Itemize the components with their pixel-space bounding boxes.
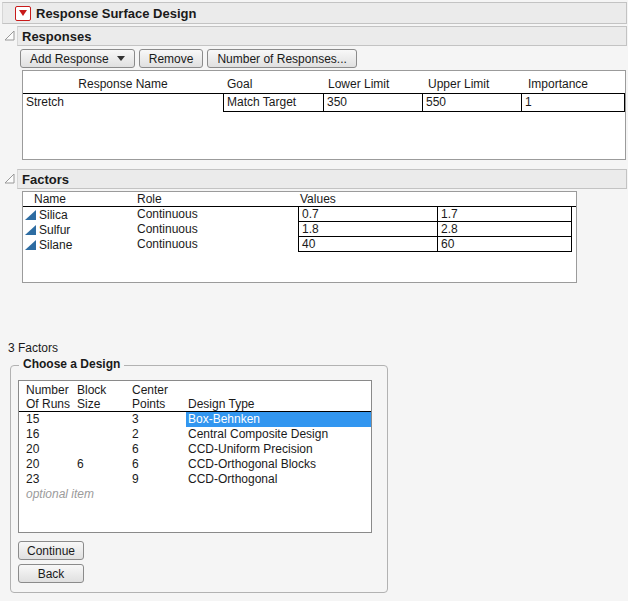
design-list-header: Number Block Center Of Runs Size Points … — [19, 381, 371, 412]
add-response-label: Add Response — [30, 52, 109, 66]
factor-high-value[interactable]: 60 — [437, 237, 572, 252]
center-points-value: 9 — [126, 472, 186, 487]
block-size-value — [71, 472, 126, 487]
factors-header: Factors — [22, 172, 69, 187]
center-points-value: 6 — [126, 442, 186, 457]
factor-name: Silane — [39, 238, 72, 252]
center-points-value: 6 — [126, 457, 186, 472]
lower-limit-cell[interactable]: 350 — [323, 94, 423, 112]
design-row-central-composite[interactable]: 16 2 Central Composite Design — [19, 427, 371, 442]
runs-value: 20 — [19, 442, 71, 457]
col-number: Number — [19, 383, 71, 397]
factor-name-cell[interactable]: Silica — [23, 207, 137, 222]
continuous-factor-icon — [25, 240, 36, 250]
design-type-value: CCD-Orthogonal — [186, 472, 371, 487]
col-importance: Importance — [524, 77, 625, 91]
col-points: Points — [126, 397, 186, 411]
response-name-cell[interactable]: Stretch — [23, 94, 223, 112]
optional-item-row[interactable]: optional item — [19, 487, 371, 502]
factor-name: Sulfur — [39, 223, 70, 237]
continue-label: Continue — [27, 544, 75, 558]
center-points-value: 2 — [126, 427, 186, 442]
number-of-responses-label: Number of Responses... — [217, 52, 346, 66]
dropdown-arrow-icon — [117, 56, 125, 61]
design-row-ccd-orthogonal-blocks[interactable]: 20 6 6 CCD-Orthogonal Blocks — [19, 457, 371, 472]
choose-design-title: Choose a Design — [19, 357, 124, 371]
number-of-responses-button[interactable]: Number of Responses... — [207, 49, 356, 68]
block-size-value — [71, 412, 126, 427]
col-values: Values — [298, 192, 576, 206]
col-response-name: Response Name — [23, 77, 223, 91]
runs-value: 20 — [19, 457, 71, 472]
col-spacer — [186, 383, 371, 397]
remove-button[interactable]: Remove — [139, 49, 204, 68]
continuous-factor-icon — [25, 225, 36, 235]
col-lower-limit: Lower Limit — [324, 77, 424, 91]
design-listbox[interactable]: Number Block Center Of Runs Size Points … — [18, 380, 372, 533]
col-of-runs: Of Runs — [19, 397, 71, 411]
add-response-button[interactable]: Add Response — [20, 49, 135, 68]
col-name: Name — [23, 192, 137, 206]
block-size-value — [71, 427, 126, 442]
block-size-value — [71, 442, 126, 457]
factor-name-cell[interactable]: Silane — [23, 237, 137, 252]
design-row-box-behnken[interactable]: 15 3 Box-Behnken — [19, 412, 371, 427]
col-upper-limit: Upper Limit — [424, 77, 524, 91]
factors-table: Name Role Values Silica Continuous 0.7 1… — [22, 191, 577, 283]
responses-table-header: Response Name Goal Lower Limit Upper Lim… — [23, 71, 625, 94]
factor-role-cell[interactable]: Continuous — [137, 222, 298, 237]
factor-role-cell[interactable]: Continuous — [137, 237, 298, 252]
col-design-type: Design Type — [186, 397, 371, 411]
factor-low-value[interactable]: 1.8 — [298, 222, 438, 237]
runs-value: 15 — [19, 412, 71, 427]
col-center: Center — [126, 383, 186, 397]
factors-header-bar[interactable]: Factors — [17, 169, 627, 189]
factor-high-value[interactable]: 2.8 — [437, 222, 572, 237]
rsd-window: Response Surface Design Responses Add Re… — [0, 0, 628, 601]
factor-name-cell[interactable]: Sulfur — [23, 222, 137, 237]
design-type-value: Box-Behnken — [186, 412, 371, 427]
design-row-ccd-orthogonal[interactable]: 23 9 CCD-Orthogonal — [19, 472, 371, 487]
responses-table: Response Name Goal Lower Limit Upper Lim… — [22, 70, 626, 160]
choose-design-groupbox: Choose a Design Number Block Center Of R… — [10, 365, 388, 593]
upper-limit-cell[interactable]: 550 — [422, 94, 522, 112]
center-points-value: 3 — [126, 412, 186, 427]
factor-row: Silica Continuous 0.7 1.7 — [23, 207, 576, 222]
design-row-ccd-uniform[interactable]: 20 6 CCD-Uniform Precision — [19, 442, 371, 457]
back-label: Back — [38, 567, 65, 581]
runs-value: 23 — [19, 472, 71, 487]
factor-low-value[interactable]: 40 — [298, 237, 438, 252]
continue-button[interactable]: Continue — [18, 541, 84, 560]
factor-role-cell[interactable]: Continuous — [137, 207, 298, 222]
col-goal: Goal — [223, 77, 324, 91]
remove-label: Remove — [149, 52, 194, 66]
design-type-value: CCD-Uniform Precision — [186, 442, 371, 457]
block-size-value: 6 — [71, 457, 126, 472]
col-size: Size — [71, 397, 126, 411]
factor-row: Silane Continuous 40 60 — [23, 237, 576, 252]
design-type-value: CCD-Orthogonal Blocks — [186, 457, 371, 472]
responses-header-bar[interactable]: Responses — [17, 26, 627, 46]
continuous-factor-icon — [25, 210, 36, 220]
page-title: Response Surface Design — [36, 6, 196, 21]
responses-disclosure-icon[interactable] — [4, 30, 15, 41]
runs-value: 16 — [19, 427, 71, 442]
factor-row: Sulfur Continuous 1.8 2.8 — [23, 222, 576, 237]
factor-high-value[interactable]: 1.7 — [437, 207, 572, 222]
responses-button-row: Add Response Remove Number of Responses.… — [20, 49, 357, 68]
goal-cell[interactable]: Match Target — [223, 94, 324, 112]
back-button[interactable]: Back — [18, 564, 84, 583]
factors-table-header: Name Role Values — [23, 192, 576, 207]
red-triangle-menu-icon[interactable] — [15, 6, 31, 21]
responses-header: Responses — [22, 29, 91, 44]
col-role: Role — [137, 192, 298, 206]
factor-low-value[interactable]: 0.7 — [298, 207, 438, 222]
factor-count-label: 3 Factors — [8, 341, 58, 355]
col-block: Block — [71, 383, 126, 397]
factors-disclosure-icon[interactable] — [4, 173, 15, 184]
factor-name: Silica — [39, 208, 68, 222]
outline-titlebar[interactable]: Response Surface Design — [2, 2, 627, 24]
design-type-value: Central Composite Design — [186, 427, 371, 442]
response-row: Stretch Match Target 350 550 1 — [23, 94, 625, 112]
importance-cell[interactable]: 1 — [521, 94, 625, 112]
